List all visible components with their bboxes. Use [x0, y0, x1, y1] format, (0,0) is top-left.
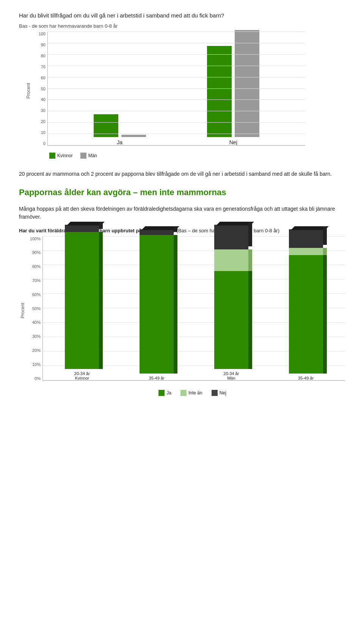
nej-label: Nej [229, 139, 237, 145]
chart2-y-axis-label: Procent [20, 303, 25, 318]
ja-label: Ja [117, 139, 122, 145]
section-heading: Pappornas ålder kan avgöra – men inte ma… [19, 187, 345, 198]
c2-gridline-0 [43, 380, 345, 380]
legend-box-women [49, 153, 55, 159]
legend-label-women: Kvinnor [57, 153, 73, 158]
bar3d-g2-nej-top [140, 229, 174, 235]
gridline-80 [48, 54, 305, 55]
bar3d-g1-label: 20-34 år Kvinnor [74, 371, 90, 380]
chart1-subtitle: Bas - de som har hemmavarande barn 0-8 å… [19, 23, 345, 29]
y-tick-20: 20 [34, 120, 46, 124]
chart2-y-50: 50% [27, 306, 41, 311]
y-tick-70: 70 [34, 65, 46, 69]
text-body-2: Många hoppas på att den skeva fördelning… [19, 205, 345, 221]
y-tick-10: 10 [34, 131, 46, 135]
page-title: Har du blivit tillfrågad om du vill gå n… [19, 11, 345, 19]
gridline-100 [48, 32, 305, 32]
chart2-y-40: 40% [27, 320, 41, 325]
chart2-y-10: 10% [27, 362, 41, 367]
bar3d-g4-nej-top [289, 229, 323, 248]
bar-group-ja: Ja [63, 32, 177, 145]
gridline-20 [48, 122, 305, 123]
y-tick-80: 80 [34, 54, 46, 58]
legend-box-men [80, 153, 86, 159]
bar3d-g1-nej-top [65, 225, 99, 232]
chart2-legend: Ja Inte än Nej [40, 390, 345, 396]
chart-3d-outer: Har du varit föräldraledig med ditt barn… [19, 228, 345, 396]
legend-item-men: Män [80, 153, 97, 159]
bar3d-g3-nej-top [214, 225, 248, 249]
y-tick-100: 100 [34, 32, 46, 36]
chart2-y-30: 30% [27, 334, 41, 339]
text-body-1: 20 procent av mammorna och 2 procent av … [19, 170, 345, 178]
chart2-y-100: 100% [27, 237, 41, 241]
bar3d-group-4: 35-49 år [274, 237, 337, 380]
legend2-intan: Inte än [180, 390, 202, 396]
bar3d-g3-intan [214, 249, 248, 271]
chart2-y-60: 60% [27, 292, 41, 297]
legend2-box-ja [158, 390, 165, 396]
y-tick-50: 50 [34, 87, 46, 91]
legend-item-women: Kvinnor [49, 153, 73, 159]
bar3d-g1-ja [65, 232, 99, 369]
chart2-y-0: 0% [27, 376, 41, 381]
bar3d-group-2: 35-49 år [125, 237, 188, 380]
gridline-40 [48, 99, 305, 100]
gridline-60 [48, 77, 305, 77]
gridline-0 [48, 145, 305, 145]
legend2-label-intan: Inte än [188, 390, 202, 396]
bar-nej-men [235, 30, 259, 137]
gridline-90 [48, 43, 305, 43]
y-axis-label: Procent [26, 83, 31, 98]
bar3d-group-3: 20-34 år Män [199, 237, 263, 380]
legend2-ja: Ja [158, 390, 171, 396]
bar3d-g3-label: 20-34 år Män [223, 371, 239, 380]
chart2-y-20: 20% [27, 348, 41, 353]
bar-nej-women [207, 46, 232, 137]
bar-ja-men [121, 135, 146, 137]
bar3d-g3-ja [214, 271, 248, 369]
legend2-box-nej [212, 390, 218, 396]
legend2-nej: Nej [212, 390, 226, 396]
bar3d-g4-intan [289, 248, 323, 255]
bar3d-group-1: 20-34 år Kvinnor [50, 237, 114, 380]
bar-group-nej: Nej [177, 32, 290, 145]
y-tick-60: 60 [34, 76, 46, 80]
bar3d-g4-ja [289, 255, 323, 374]
y-tick-0: 0 [34, 142, 46, 146]
y-tick-40: 40 [34, 98, 46, 102]
legend2-box-intan [180, 390, 187, 396]
y-tick-90: 90 [34, 43, 46, 47]
legend-label-men: Män [88, 153, 97, 158]
legend2-label-ja: Ja [166, 390, 171, 396]
gridline-10 [48, 134, 305, 134]
chart1-legend: Kvinnor Män [49, 153, 345, 159]
gridline-50 [48, 88, 305, 89]
chart2-y-70: 70% [27, 278, 41, 283]
y-tick-30: 30 [34, 109, 46, 113]
bar3d-g2-ja [140, 235, 174, 374]
chart2-y-80: 80% [27, 264, 41, 269]
chart2-y-90: 90% [27, 250, 41, 255]
legend2-label-nej: Nej [220, 390, 226, 396]
gridline-30 [48, 111, 305, 111]
bar-chart-1: Procent 0 10 20 30 40 50 60 70 80 90 100 [19, 32, 345, 159]
gridline-70 [48, 66, 305, 66]
